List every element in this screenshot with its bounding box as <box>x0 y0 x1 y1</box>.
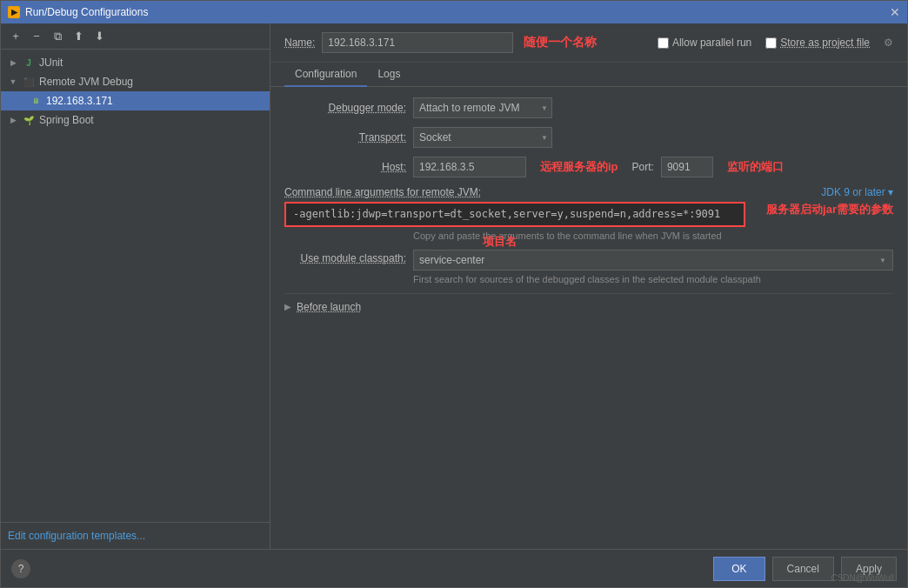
watermark: CSDN@WuWull <box>831 573 894 583</box>
module-annotation: 项目名 <box>483 234 517 250</box>
before-launch-label: Before launch <box>297 301 361 313</box>
module-classpath-select[interactable]: service-center <box>413 250 893 271</box>
title-bar-left: ▶ Run/Debug Configurations <box>8 6 148 18</box>
module-classpath-container: 项目名 service-center First search for sour… <box>413 250 893 284</box>
cancel-button[interactable]: Cancel <box>772 557 834 581</box>
main-content: + − ⧉ ⬆ ⬇ ▶ J JUnit ▼ ⬛ Remote JVM Debug <box>1 23 907 549</box>
module-classpath-row: Use module classpath: 项目名 service-center… <box>284 250 893 284</box>
move-down-button[interactable]: ⬇ <box>90 27 109 46</box>
checkbox-group: Allow parallel run Store as project file… <box>658 37 893 49</box>
debugger-mode-label: Debugger mode: <box>284 102 406 114</box>
allow-parallel-checkbox[interactable] <box>658 37 669 49</box>
module-select-wrapper: service-center <box>413 250 893 271</box>
config-icon: 🖥 <box>29 95 43 107</box>
transport-select[interactable]: Socket Shared memory <box>413 127 552 148</box>
debugger-mode-select-wrapper: Attach to remote JVM Listen to remote JV… <box>413 97 552 118</box>
cmd-header: Command line arguments for remote JVM: J… <box>284 186 893 198</box>
cmd-value-box: -agentlib:jdwp=transport=dt_socket,serve… <box>284 202 745 227</box>
help-button[interactable]: ? <box>11 559 30 578</box>
tree-label-spring-boot: Spring Boot <box>39 114 94 126</box>
move-up-button[interactable]: ⬆ <box>69 27 88 46</box>
toolbar: + − ⧉ ⬆ ⬇ <box>1 23 270 50</box>
tree-label-remote-config: 192.168.3.171 <box>46 95 113 107</box>
expand-icon-remote: ▼ <box>8 77 18 86</box>
name-label: Name: <box>284 37 315 49</box>
spring-icon: 🌱 <box>22 114 36 126</box>
expand-icon-spring: ▶ <box>8 116 18 124</box>
host-port-row: Host: 远程服务器的ip Port: 监听的端口 <box>284 157 893 177</box>
tab-configuration[interactable]: Configuration <box>284 63 367 87</box>
junit-icon: J <box>22 57 36 69</box>
transport-label: Transport: <box>284 131 406 144</box>
remove-config-button[interactable]: − <box>27 27 46 46</box>
add-config-button[interactable]: + <box>6 27 25 46</box>
name-annotation: 随便一个名称 <box>524 35 597 50</box>
cmd-args-section: Command line arguments for remote JVM: J… <box>284 186 893 241</box>
name-input[interactable] <box>322 32 513 53</box>
run-debug-dialog: ▶ Run/Debug Configurations ✕ + − ⧉ ⬆ ⬇ ▶… <box>0 0 908 588</box>
config-tree: ▶ J JUnit ▼ ⬛ Remote JVM Debug 🖥 192.168… <box>1 50 270 522</box>
tree-item-spring-boot[interactable]: ▶ 🌱 Spring Boot <box>1 110 270 130</box>
edit-templates-link[interactable]: Edit configuration templates... <box>8 530 145 542</box>
ok-button[interactable]: OK <box>713 557 764 581</box>
remote-debug-icon: ⬛ <box>22 76 36 88</box>
left-panel: + − ⧉ ⬆ ⬇ ▶ J JUnit ▼ ⬛ Remote JVM Debug <box>1 23 270 549</box>
before-launch-arrow-icon: ▶ <box>284 302 291 311</box>
allow-parallel-label[interactable]: Allow parallel run <box>658 37 751 49</box>
tab-logs[interactable]: Logs <box>367 63 411 87</box>
port-input[interactable] <box>661 157 713 177</box>
debugger-mode-row: Debugger mode: Attach to remote JVM List… <box>284 97 893 118</box>
port-label: Port: <box>632 161 654 173</box>
app-icon: ▶ <box>8 6 20 18</box>
module-select-row: 项目名 service-center <box>413 250 893 271</box>
tree-item-remote-config[interactable]: 🖥 192.168.3.171 <box>1 91 270 110</box>
debugger-mode-select[interactable]: Attach to remote JVM Listen to remote JV… <box>413 97 552 118</box>
tree-item-junit[interactable]: ▶ J JUnit <box>1 53 270 72</box>
host-input[interactable] <box>413 157 526 177</box>
tabs-bar: Configuration Logs <box>270 63 907 87</box>
port-annotation: 监听的端口 <box>727 159 784 175</box>
store-as-project-label[interactable]: Store as project file <box>765 37 870 49</box>
tree-label-junit: JUnit <box>39 57 63 69</box>
cmd-value-row: -agentlib:jdwp=transport=dt_socket,serve… <box>284 202 893 227</box>
settings-icon[interactable]: ⚙ <box>884 37 893 49</box>
store-as-project-checkbox[interactable] <box>765 37 777 49</box>
transport-select-wrapper: Socket Shared memory <box>413 127 552 148</box>
dialog-title: Run/Debug Configurations <box>25 6 148 18</box>
before-launch-section[interactable]: ▶ Before launch <box>284 293 893 320</box>
tree-item-remote-debug[interactable]: ▼ ⬛ Remote JVM Debug <box>1 72 270 91</box>
host-annotation: 远程服务器的ip <box>540 159 618 175</box>
module-classpath-label: Use module classpath: <box>284 250 406 264</box>
cmd-annotation: 服务器启动jar需要的参数 <box>766 202 893 217</box>
title-bar: ▶ Run/Debug Configurations ✕ <box>1 1 907 23</box>
bottom-bar: ? OK Cancel Apply <box>1 549 907 587</box>
transport-row: Transport: Socket Shared memory <box>284 127 893 148</box>
module-hint: First search for sources of the debugged… <box>413 274 893 284</box>
tab-content-configuration: Debugger mode: Attach to remote JVM List… <box>270 87 907 549</box>
cmd-hint: Copy and paste the arguments to the comm… <box>284 231 893 241</box>
host-label: Host: <box>284 161 406 173</box>
edit-templates[interactable]: Edit configuration templates... <box>1 522 270 549</box>
expand-icon-junit: ▶ <box>8 58 18 67</box>
name-row: Name: 随便一个名称 Allow parallel run Store as… <box>270 23 907 63</box>
copy-config-button[interactable]: ⧉ <box>48 27 67 46</box>
tree-label-remote-debug: Remote JVM Debug <box>39 76 133 88</box>
cmd-args-label: Command line arguments for remote JVM: <box>284 186 481 198</box>
jdk-version-link[interactable]: JDK 9 or later ▾ <box>821 186 893 198</box>
right-panel: Name: 随便一个名称 Allow parallel run Store as… <box>270 23 907 549</box>
close-icon[interactable]: ✕ <box>890 5 900 19</box>
